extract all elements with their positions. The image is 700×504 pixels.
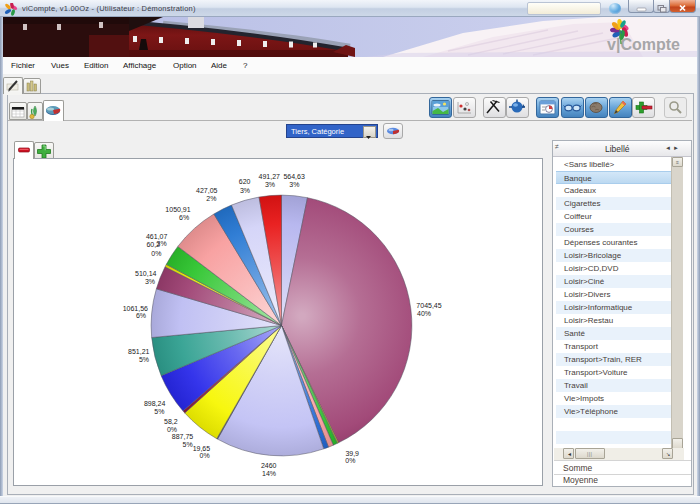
svg-text:v|Compte: v|Compte [607,36,680,53]
